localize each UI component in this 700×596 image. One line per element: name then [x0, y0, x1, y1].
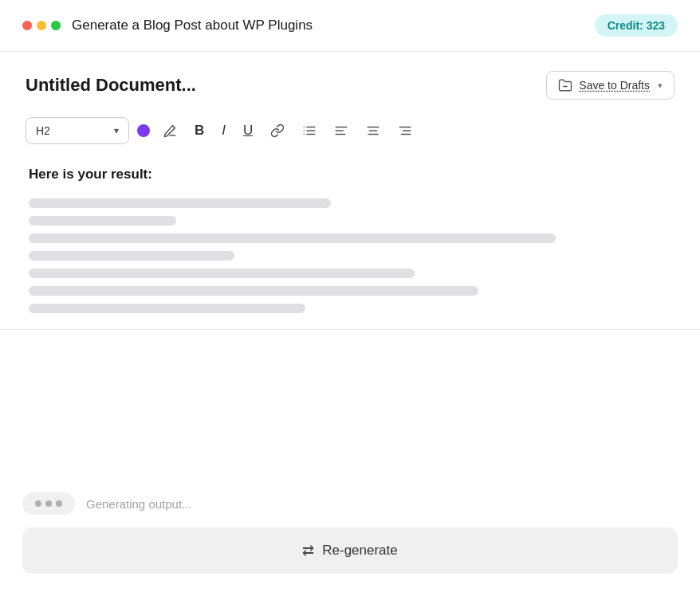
content-area: Here is your result: [26, 167, 674, 313]
list-icon [302, 124, 317, 138]
heading-select[interactable]: H2 ▾ [26, 117, 129, 144]
align-right-button[interactable] [393, 120, 417, 141]
skeleton-line [29, 198, 331, 208]
top-bar-left: Generate a Blog Post about WP Plugins [22, 18, 313, 33]
italic-button[interactable]: I [217, 120, 230, 142]
traffic-lights [22, 21, 61, 30]
top-bar: Generate a Blog Post about WP Plugins Cr… [0, 0, 700, 52]
underline-button[interactable]: U [238, 120, 258, 142]
underline-icon: U [243, 123, 253, 139]
formatting-toolbar: H2 ▾ B I U [26, 117, 674, 144]
skeleton-line [29, 286, 478, 296]
bottom-section: Generating output... ⇄ Re-generate [0, 476, 700, 596]
skeleton-line [29, 216, 176, 225]
credit-badge: Credit: 323 [595, 14, 678, 37]
bold-icon: B [195, 123, 204, 139]
italic-icon: I [222, 123, 226, 139]
generating-text: Generating output... [86, 497, 192, 511]
align-left-button[interactable] [329, 120, 353, 141]
expand-dot [51, 21, 61, 30]
regenerate-icon: ⇄ [302, 542, 314, 559]
typing-indicator [22, 492, 75, 515]
minimize-dot [37, 21, 46, 30]
document-area: Untitled Document... Save to Drafts ▾ H2… [0, 52, 700, 330]
heading-select-arrow: ▾ [114, 125, 119, 136]
skeleton-line [29, 269, 415, 278]
skeleton-lines [29, 198, 671, 313]
chevron-down-icon: ▾ [658, 80, 663, 91]
typing-dot-2 [45, 500, 52, 507]
page-title: Generate a Blog Post about WP Plugins [72, 18, 313, 33]
bold-button[interactable]: B [190, 120, 209, 142]
skeleton-line [29, 233, 556, 243]
highlight-button[interactable] [158, 120, 182, 141]
align-left-icon [334, 124, 348, 138]
align-center-button[interactable] [361, 120, 385, 141]
doc-header: Untitled Document... Save to Drafts ▾ [26, 71, 674, 100]
link-button[interactable] [265, 120, 289, 141]
heading-value: H2 [36, 124, 50, 137]
typing-dot-3 [56, 500, 62, 507]
result-heading: Here is your result: [29, 167, 671, 182]
align-center-icon [366, 124, 380, 138]
generating-row: Generating output... [22, 492, 678, 515]
close-dot [22, 21, 32, 30]
save-drafts-icon [558, 78, 572, 92]
skeleton-line [29, 251, 234, 261]
skeleton-line [29, 304, 305, 313]
document-title: Untitled Document... [26, 75, 196, 96]
align-right-icon [398, 124, 412, 138]
regenerate-button[interactable]: ⇄ Re-generate [22, 527, 678, 574]
list-button[interactable] [297, 120, 321, 141]
link-icon [270, 124, 285, 138]
regenerate-label: Re-generate [322, 543, 398, 559]
typing-dot-1 [35, 500, 41, 507]
highlighter-icon [163, 124, 177, 138]
save-drafts-label: Save to Drafts [579, 79, 650, 92]
save-drafts-button[interactable]: Save to Drafts ▾ [546, 71, 674, 100]
color-picker-button[interactable] [137, 124, 150, 137]
